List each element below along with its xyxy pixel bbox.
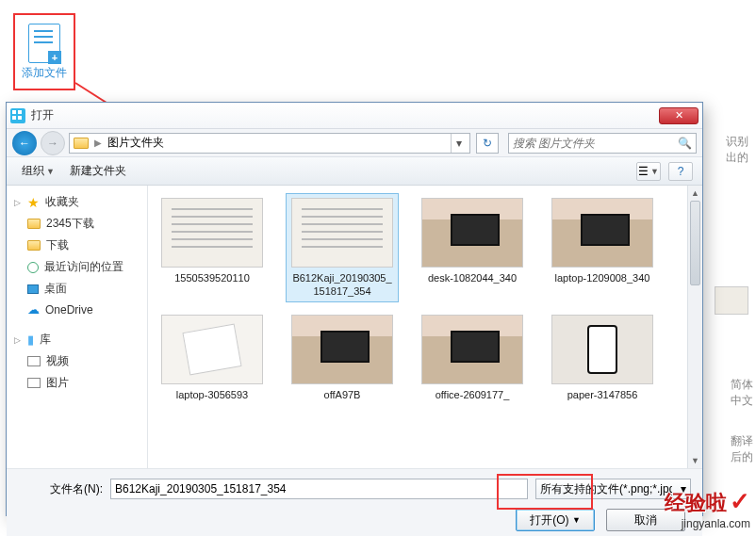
file-thumbnail [421, 315, 523, 384]
sidebar-item-desktop[interactable]: 桌面 [7, 278, 147, 300]
file-item[interactable]: desk-1082044_340 [416, 193, 529, 302]
bg-thumbnail [715, 286, 748, 315]
vertical-scrollbar[interactable]: ▲ ▼ [687, 186, 702, 468]
star-icon: ★ [27, 195, 40, 210]
file-list-pane[interactable]: 1550539520110B612Kaji_20190305_151817_35… [148, 186, 702, 468]
file-thumbnail [161, 315, 263, 384]
file-item[interactable]: offA97B [286, 310, 399, 406]
sidebar-item-onedrive[interactable]: ☁OneDrive [7, 300, 147, 319]
app-icon [10, 108, 25, 123]
folder-icon [74, 138, 89, 149]
nav-bar: ← → ▶ 图片文件夹 ▾ ↻ 🔍 [7, 129, 702, 157]
file-name-label: laptop-1209008_340 [555, 271, 650, 284]
cloud-icon: ☁ [27, 302, 40, 317]
sidebar-item-videos[interactable]: 视频 [7, 350, 147, 372]
sidebar-item-downloads[interactable]: 下载 [7, 235, 147, 256]
file-name-label: office-2609177_ [436, 388, 510, 401]
new-folder-button[interactable]: 新建文件夹 [64, 161, 132, 181]
check-icon: ✓ [730, 487, 750, 515]
file-thumbnail [291, 198, 393, 268]
recent-icon [27, 262, 39, 273]
file-thumbnail [161, 198, 263, 268]
file-item[interactable]: office-2609177_ [416, 310, 529, 406]
help-button[interactable]: ? [668, 162, 693, 181]
bg-partial-text-3: 翻译后的 [731, 433, 756, 465]
organize-menu[interactable]: 组织▼ [16, 161, 60, 181]
search-box[interactable]: 🔍 [508, 133, 697, 154]
file-item[interactable]: laptop-3056593 [156, 310, 269, 406]
file-item[interactable]: B612Kaji_20190305_151817_354 [286, 193, 399, 302]
file-name-label: paper-3147856 [567, 388, 638, 401]
chevron-right-icon: ▶ [94, 138, 102, 148]
folder-icon [27, 240, 41, 251]
file-name-label: 1550539520110 [174, 271, 250, 284]
file-thumbnail [291, 315, 393, 384]
add-file-button[interactable]: + 添加文件 [13, 13, 75, 90]
file-thumbnail [551, 315, 653, 384]
open-file-dialog: 打开 ✕ ← → ▶ 图片文件夹 ▾ ↻ 🔍 组织▼ 新建文件夹 ☰▼ ? ▷★… [6, 102, 703, 516]
file-item[interactable]: laptop-1209008_340 [546, 193, 659, 302]
close-button[interactable]: ✕ [659, 107, 698, 124]
path-breadcrumb[interactable]: ▶ 图片文件夹 ▾ [69, 133, 470, 154]
refresh-button[interactable]: ↻ [476, 133, 499, 154]
dialog-titlebar: 打开 ✕ [7, 103, 702, 129]
view-mode-button[interactable]: ☰▼ [636, 162, 661, 181]
dialog-title: 打开 [31, 107, 659, 123]
filename-label: 文件名(N): [18, 481, 103, 497]
desktop-icon [27, 284, 39, 294]
file-name-label: B612Kaji_20190305_151817_354 [290, 271, 394, 298]
sidebar-item-recent[interactable]: 最近访问的位置 [7, 256, 147, 278]
open-button[interactable]: 打开(O) ▼ [516, 509, 595, 531]
add-file-label: 添加文件 [22, 65, 67, 81]
video-icon [27, 356, 41, 366]
picture-icon [27, 378, 41, 388]
file-name-label: laptop-3056593 [176, 388, 248, 401]
filename-input[interactable] [110, 479, 528, 499]
bg-partial-text: 识别出的 [726, 134, 756, 166]
file-item[interactable]: paper-3147856 [546, 310, 659, 406]
library-icon: ▮ [27, 333, 34, 347]
scroll-thumb[interactable] [690, 201, 700, 285]
toolbar: 组织▼ 新建文件夹 ☰▼ ? [7, 157, 702, 186]
search-icon[interactable]: 🔍 [678, 137, 692, 150]
file-name-label: desk-1082044_340 [428, 271, 517, 284]
folder-icon [27, 219, 41, 229]
scroll-down-button[interactable]: ▼ [688, 453, 702, 468]
file-thumbnail [551, 198, 653, 268]
bg-partial-text-2: 简体中文 [731, 377, 756, 409]
watermark-brand: 经验啦 [665, 491, 727, 514]
nav-forward-button[interactable]: → [41, 131, 65, 155]
sidebar-item-pictures[interactable]: 图片 [7, 372, 147, 394]
file-thumbnail [421, 198, 523, 268]
file-name-label: offA97B [324, 388, 361, 401]
search-input[interactable] [513, 137, 678, 150]
file-filter-text: 所有支持的文件(*.png;*.jpg;*.b [540, 481, 672, 497]
scroll-up-button[interactable]: ▲ [688, 186, 702, 201]
sidebar-library[interactable]: ▷▮库 [7, 329, 147, 350]
watermark-url: jingyanla.com [665, 517, 750, 530]
path-dropdown[interactable]: ▾ [451, 134, 466, 153]
sidebar-item-2345dl[interactable]: 2345下载 [7, 213, 147, 235]
breadcrumb-segment[interactable]: 图片文件夹 [107, 135, 164, 151]
sidebar: ▷★收藏夹 2345下载 下载 最近访问的位置 桌面 ☁OneDrive ▷▮库… [7, 186, 148, 468]
sidebar-favorites[interactable]: ▷★收藏夹 [7, 191, 147, 213]
nav-back-button[interactable]: ← [12, 131, 37, 155]
add-file-icon: + [28, 24, 60, 63]
file-item[interactable]: 1550539520110 [156, 193, 269, 302]
watermark: 经验啦 ✓ jingyanla.com [665, 487, 750, 530]
dialog-footer: 文件名(N): 所有支持的文件(*.png;*.jpg;*.b ▾ 打开(O) … [7, 468, 702, 536]
